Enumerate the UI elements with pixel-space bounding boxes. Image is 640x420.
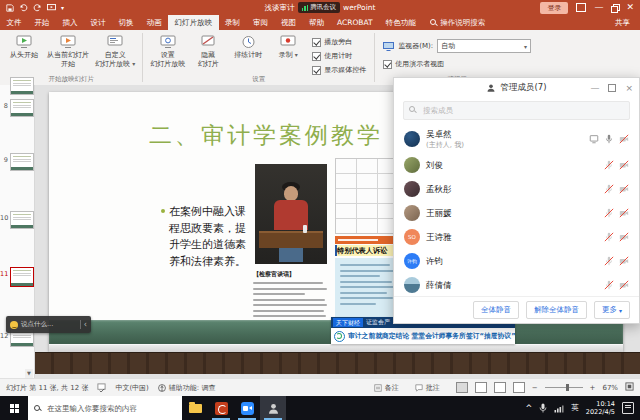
- member-row-host[interactable]: 吴卓然 (主持人, 我): [394, 125, 639, 153]
- mic-icon[interactable]: [604, 134, 614, 144]
- thumbnail-slide-7-partial[interactable]: [0, 77, 34, 95]
- camera-off-icon[interactable]: [619, 184, 629, 194]
- camera-off-icon[interactable]: [619, 160, 629, 170]
- qat-dropdown-icon[interactable]: ▾: [61, 4, 64, 11]
- slideshow-view-button[interactable]: [513, 382, 525, 393]
- tell-me-search[interactable]: 操作说明搜索: [430, 15, 485, 30]
- member-row[interactable]: 许钧 许钧: [394, 249, 639, 273]
- fit-to-window-button[interactable]: [625, 382, 634, 393]
- mic-off-icon[interactable]: [604, 232, 614, 242]
- input-language-indicator[interactable]: 英: [571, 403, 579, 413]
- camera-off-icon[interactable]: [619, 134, 629, 144]
- panel-minimize-button[interactable]: —: [590, 83, 599, 93]
- tab-slideshow[interactable]: 幻灯片放映: [168, 15, 219, 30]
- tab-record[interactable]: 录制: [219, 15, 247, 30]
- taskbar-clock[interactable]: 10:142022/4/5: [586, 400, 615, 417]
- network-icon[interactable]: [554, 404, 564, 413]
- mic-off-icon[interactable]: [604, 208, 614, 218]
- rehearse-timings-button[interactable]: 排练计时: [228, 33, 268, 62]
- share-button[interactable]: 共享: [615, 15, 640, 30]
- tab-features[interactable]: 特色功能: [379, 15, 422, 30]
- mic-off-icon[interactable]: [604, 280, 614, 290]
- save-icon[interactable]: [6, 4, 14, 12]
- setup-slideshow-button[interactable]: 设置幻灯片放映: [147, 33, 188, 71]
- thumbnail-slide-9[interactable]: 9: [0, 153, 34, 171]
- action-center-icon[interactable]: [622, 402, 634, 414]
- chat-input-placeholder[interactable]: 说点什么...: [21, 320, 53, 329]
- meeting-overlay-badge[interactable]: 腾讯会议: [298, 2, 341, 13]
- comments-toggle[interactable]: 批注: [415, 383, 440, 393]
- monitor-select[interactable]: 自动▾: [437, 39, 531, 53]
- record-button[interactable]: 录制 ▾: [268, 33, 308, 62]
- camera-off-icon[interactable]: [619, 280, 629, 290]
- zoom-out-button[interactable]: −: [532, 384, 538, 392]
- screen-share-icon[interactable]: [589, 134, 599, 144]
- meeting-chat-overlay[interactable]: 说点什么... ‹: [6, 316, 91, 333]
- tencent-meeting-taskbar-icon[interactable]: [234, 396, 260, 420]
- panel-maximize-button[interactable]: [608, 84, 616, 92]
- accessibility-status[interactable]: 辅助功能: 调查: [158, 383, 216, 393]
- signin-button[interactable]: 登录: [540, 2, 568, 14]
- start-button[interactable]: [0, 396, 28, 420]
- tray-expand-chevron[interactable]: ^: [526, 404, 533, 413]
- file-explorer-taskbar-icon[interactable]: [182, 396, 208, 420]
- tab-home[interactable]: 开始: [28, 15, 56, 30]
- camera-off-icon[interactable]: [619, 232, 629, 242]
- mic-off-icon[interactable]: [604, 256, 614, 266]
- member-row[interactable]: SO 王诗雅: [394, 225, 639, 249]
- custom-slideshow-button[interactable]: 自定义幻灯片放映 ▾: [92, 33, 138, 71]
- powerpoint-taskbar-icon[interactable]: [208, 396, 234, 420]
- slideshow-icon[interactable]: [47, 4, 56, 12]
- use-timings-checkbox[interactable]: 使用计时: [312, 51, 366, 61]
- active-app-taskbar-icon[interactable]: [260, 396, 286, 420]
- panel-close-button[interactable]: ×: [625, 83, 633, 93]
- notes-toggle[interactable]: 备注: [374, 383, 399, 393]
- volume-mic-icon[interactable]: [539, 403, 547, 413]
- undo-icon[interactable]: [19, 4, 28, 12]
- mute-all-button[interactable]: 全体静音: [473, 301, 519, 319]
- collapse-chevron-icon[interactable]: ‹: [84, 321, 87, 329]
- emoji-icon[interactable]: [10, 321, 18, 329]
- play-narrations-checkbox[interactable]: 播放旁白: [312, 37, 366, 47]
- member-row[interactable]: 薛倩倩: [394, 273, 639, 296]
- minimize-button[interactable]: —: [594, 3, 603, 12]
- thumbnail-slide-8[interactable]: 8: [0, 99, 34, 117]
- zoom-slider[interactable]: [545, 387, 583, 388]
- show-media-controls-checkbox[interactable]: 显示媒体控件: [312, 65, 366, 75]
- reading-view-button[interactable]: [494, 382, 506, 393]
- hide-slide-button[interactable]: 隐藏幻灯片: [188, 33, 228, 71]
- normal-view-button[interactable]: [456, 382, 468, 393]
- zoom-slider-thumb[interactable]: [566, 384, 569, 391]
- tab-design[interactable]: 设计: [84, 15, 112, 30]
- mic-off-icon[interactable]: [604, 160, 614, 170]
- tab-file[interactable]: 文件: [0, 15, 28, 30]
- slide-sorter-view-button[interactable]: [475, 382, 487, 393]
- member-search-input[interactable]: [421, 102, 626, 119]
- thumbnail-slide-10[interactable]: 10: [0, 211, 34, 229]
- member-row[interactable]: 王丽媛: [394, 201, 639, 225]
- slide-video-frame[interactable]: [255, 164, 327, 264]
- spellcheck-icon[interactable]: [97, 383, 106, 392]
- thumbnail-scroll-down-button[interactable]: ▼: [25, 369, 33, 378]
- mic-off-icon[interactable]: [604, 184, 614, 194]
- member-row[interactable]: 孟秋彤: [394, 177, 639, 201]
- restore-button[interactable]: [611, 4, 618, 11]
- zoom-level[interactable]: 67%: [602, 384, 618, 392]
- from-beginning-button[interactable]: 从头开始: [4, 33, 44, 62]
- from-current-slide-button[interactable]: 从当前幻灯片开始: [44, 33, 92, 71]
- tab-insert[interactable]: 插入: [56, 15, 84, 30]
- close-button[interactable]: ✕: [626, 3, 634, 12]
- unmute-all-button[interactable]: 解除全体静音: [526, 301, 587, 319]
- language-indicator[interactable]: 中文(中国): [115, 383, 148, 393]
- member-row[interactable]: 刘俊: [394, 153, 639, 177]
- ribbon-display-options-icon[interactable]: [576, 3, 586, 12]
- camera-off-icon[interactable]: [619, 208, 629, 218]
- taskbar-search-box[interactable]: [28, 396, 182, 420]
- redo-icon[interactable]: [33, 4, 42, 12]
- use-presenter-view-checkbox[interactable]: 使用演示者视图: [383, 59, 531, 69]
- tab-transitions[interactable]: 切换: [112, 15, 140, 30]
- more-button[interactable]: 更多▾: [594, 301, 630, 319]
- tab-help[interactable]: 帮助: [303, 15, 331, 30]
- tab-view[interactable]: 视图: [275, 15, 303, 30]
- tab-acrobat[interactable]: ACROBAT: [331, 15, 380, 30]
